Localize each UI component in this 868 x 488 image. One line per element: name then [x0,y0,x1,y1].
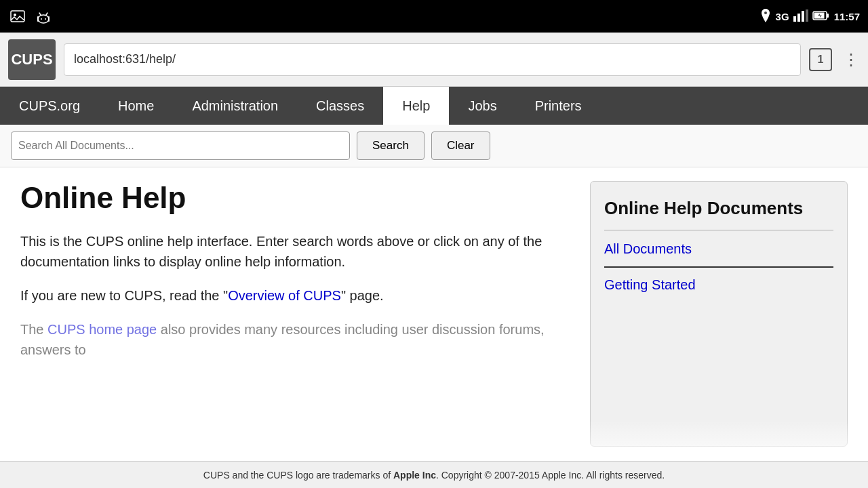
browser-actions: 1 ⋮ [809,48,860,71]
new-user-paragraph: If you are new to CUPS, read the "Overvi… [20,285,570,306]
cups-home-link[interactable]: CUPS home page [47,322,157,337]
content-body: Online Help This is the CUPS online help… [20,181,570,447]
nav-item-jobs[interactable]: Jobs [449,87,515,125]
home-page-text-pre: The [20,322,47,337]
cups-logo: CUPS [8,39,56,80]
main-content: Online Help This is the CUPS online help… [0,167,868,460]
search-area: Search Clear [0,125,868,167]
svg-rect-0 [11,11,24,22]
clear-button[interactable]: Clear [431,131,490,160]
new-user-text-pre: If you are new to CUPS, read the " [20,288,228,303]
network-icon [793,9,808,24]
nav-bar: CUPS.org Home Administration Classes Hel… [0,87,868,125]
page-title: Online Help [20,181,570,215]
nav-item-administration[interactable]: Administration [173,87,297,125]
intro-paragraph: This is the CUPS online help interface. … [20,231,570,272]
footer-text: CUPS and the CUPS logo are trademarks of… [203,470,665,481]
browser-chrome: CUPS localhost:631/help/ 1 ⋮ [0,33,868,87]
sidebar: Online Help Documents All Documents Gett… [590,181,848,447]
tab-badge[interactable]: 1 [809,48,832,71]
signal-strength: 3G [776,11,789,22]
gallery-icon [8,7,27,26]
location-icon [760,8,772,25]
search-input[interactable] [11,131,350,160]
sidebar-title: Online Help Documents [604,198,833,219]
status-bar-right: 3G 11:57 [760,8,860,25]
sidebar-link-divider [604,266,833,268]
clock: 11:57 [834,11,860,22]
nav-item-classes[interactable]: Classes [297,87,383,125]
url-bar[interactable]: localhost:631/help/ [64,43,801,76]
svg-point-2 [38,15,49,23]
new-user-text-post: " page. [341,288,384,303]
svg-rect-12 [802,11,804,22]
sidebar-link-all-documents[interactable]: All Documents [604,241,833,257]
svg-line-5 [39,13,41,15]
footer: CUPS and the CUPS logo are trademarks of… [0,461,868,488]
overview-link[interactable]: Overview of CUPS [228,288,341,303]
svg-rect-13 [806,9,808,22]
android-icon [34,7,53,26]
svg-point-9 [764,12,767,14]
svg-point-1 [14,14,16,16]
home-page-paragraph: The CUPS home page also provides many re… [20,319,570,360]
sidebar-link-getting-started[interactable]: Getting Started [604,277,833,293]
battery-icon [812,10,830,23]
nav-item-cups-org[interactable]: CUPS.org [0,87,99,125]
nav-item-printers[interactable]: Printers [516,87,601,125]
svg-rect-16 [827,14,829,18]
nav-item-home[interactable]: Home [99,87,173,125]
svg-point-3 [41,18,42,20]
browser-menu-icon[interactable]: ⋮ [843,50,860,69]
svg-line-6 [46,13,47,15]
svg-rect-11 [797,14,800,22]
svg-rect-10 [793,16,796,22]
footer-company: Apple Inc [393,470,436,481]
svg-point-4 [45,18,46,20]
sidebar-top-divider [604,230,833,230]
status-bar-left [8,7,53,26]
status-bar: 3G 11:57 [0,0,868,33]
nav-item-help[interactable]: Help [383,87,449,125]
search-button[interactable]: Search [357,131,425,160]
